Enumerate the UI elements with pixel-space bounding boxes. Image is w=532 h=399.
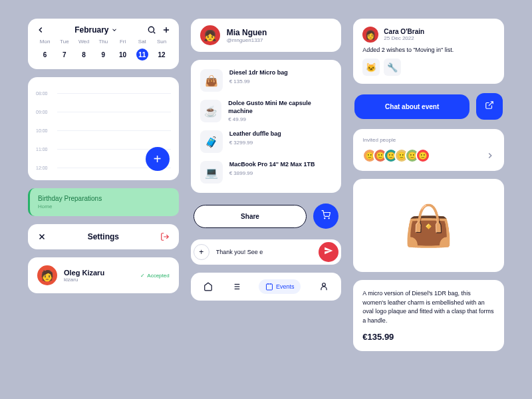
user-handle: kizaru (64, 277, 104, 283)
time-label: 08:00 (36, 91, 52, 96)
share-button[interactable]: Share (194, 205, 307, 228)
day-of-week: Sun (152, 39, 170, 45)
day-of-week: Wed (74, 39, 92, 45)
product-image: 👜 (353, 179, 504, 272)
message-input[interactable] (216, 249, 313, 255)
product-price: € 3299.99 (229, 140, 281, 146)
product-item[interactable]: 👜Diesel 1dr Micro bag€ 135.99 (200, 69, 332, 92)
user-name: Oleg Kizaru (64, 269, 104, 277)
svg-point-0 (148, 27, 154, 32)
thumb[interactable]: 🐱 (362, 59, 380, 76)
product-name: MacBook Pro 14'' M2 Max 1TB (229, 161, 315, 169)
product-description: A micro version of Diesel's 1DR bag, thi… (362, 289, 495, 325)
date-cell[interactable]: 10 (114, 49, 132, 61)
product-price: € 135.99 (229, 78, 288, 84)
chevron-right-icon (485, 151, 495, 160)
profile-name: Mia Nguen (227, 28, 267, 37)
settings-title: Settings (47, 232, 160, 241)
month-select[interactable]: February (74, 25, 117, 35)
add-fab[interactable]: + (146, 147, 170, 171)
product-item[interactable]: 💻MacBook Pro 14'' M2 Max 1TB€ 3899.99 (200, 161, 332, 184)
avatar: 🙂 (416, 148, 430, 163)
product-name: Leather duffle bag (229, 130, 281, 138)
day-of-week: Mon (36, 39, 54, 45)
avatar: 👧 (200, 25, 220, 45)
thumb[interactable]: 🔧 (384, 59, 401, 76)
invited-title: Invited people (362, 137, 495, 143)
day-of-week: Sat (133, 39, 151, 45)
time-label: 10:00 (36, 128, 52, 133)
event-title: Birthday Preparations (38, 195, 171, 202)
external-share-button[interactable] (476, 93, 503, 120)
profile-handle: @mnguen1337 (227, 37, 267, 43)
day-of-week: Thu (94, 39, 112, 45)
product-thumb: 🧳 (200, 130, 223, 153)
plus-icon[interactable] (162, 25, 171, 35)
time-label: 09:00 (36, 110, 52, 114)
feed-date: 25 Dec 2022 (384, 35, 424, 41)
day-of-week: Fri (114, 39, 132, 45)
product-price: € 49.99 (228, 116, 332, 122)
profile-icon[interactable] (319, 282, 329, 291)
product-thumb: ☕ (200, 100, 221, 122)
send-button[interactable] (319, 242, 338, 262)
product-price: €135.99 (362, 332, 495, 342)
month-label: February (74, 25, 108, 35)
time-label: 11:00 (36, 147, 52, 152)
logout-icon[interactable] (160, 232, 170, 241)
attach-button[interactable]: + (194, 244, 209, 260)
home-icon[interactable] (203, 282, 213, 291)
product-item[interactable]: ☕Dolce Gusto Mini Me capsule machine€ 49… (200, 100, 332, 122)
feed-username: Cara O'Brain (384, 28, 424, 35)
svg-rect-9 (266, 284, 272, 290)
event-subtitle: Home (38, 203, 171, 209)
product-price: € 3899.99 (229, 170, 315, 176)
invited-avatars[interactable]: 🙂🙂🙂🙂🙂🙂 (362, 148, 495, 163)
event-chip[interactable]: Birthday Preparations Home (28, 188, 179, 216)
cart-button[interactable] (313, 203, 338, 229)
events-tab[interactable]: Events (259, 279, 301, 294)
avatar: 👩 (362, 27, 378, 43)
close-icon[interactable] (37, 232, 47, 241)
chat-button[interactable]: Chat about event (354, 94, 469, 119)
feed-text: Added 2 wishes to "Moving in" list. (362, 47, 495, 53)
svg-point-1 (325, 218, 325, 219)
product-name: Diesel 1dr Micro bag (229, 69, 288, 77)
date-cell[interactable]: 9 (94, 49, 112, 61)
date-cell[interactable]: 11 (136, 49, 148, 61)
avatar: 🧑 (37, 265, 57, 285)
search-icon[interactable] (147, 25, 156, 35)
list-icon[interactable] (231, 282, 241, 291)
chevron-left-icon[interactable] (36, 25, 45, 35)
product-list: 👜Diesel 1dr Micro bag€ 135.99☕Dolce Gust… (191, 60, 342, 193)
product-thumb: 💻 (200, 161, 223, 184)
date-cell[interactable]: 12 (152, 49, 170, 61)
date-cell[interactable]: 7 (55, 49, 73, 61)
date-cell[interactable]: 6 (36, 49, 54, 61)
svg-point-12 (322, 283, 325, 287)
time-label: 12:00 (36, 166, 52, 170)
svg-point-2 (329, 218, 329, 219)
status-badge: ✓Accepted (140, 273, 169, 279)
date-cell[interactable]: 8 (74, 49, 92, 61)
product-thumb: 👜 (200, 69, 223, 92)
timeline: 08:0009:0010:0011:0012:00 + (28, 77, 179, 180)
product-item[interactable]: 🧳Leather duffle bag€ 3299.99 (200, 130, 332, 153)
product-name: Dolce Gusto Mini Me capsule machine (228, 100, 332, 115)
day-of-week: Tue (55, 39, 73, 45)
